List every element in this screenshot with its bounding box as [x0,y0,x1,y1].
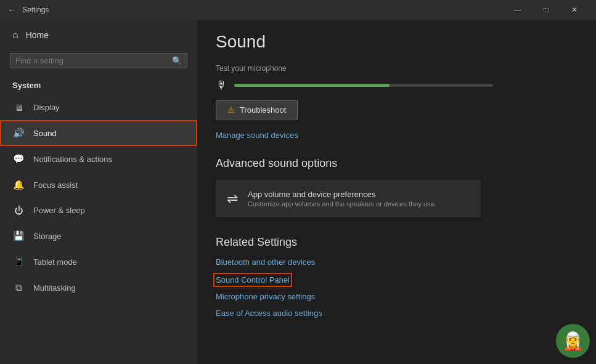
sidebar-label-sound: Sound [33,129,57,138]
search-icon: 🔍 [172,56,182,65]
app-volume-title: App volume and device preferences [248,190,436,199]
troubleshoot-button[interactable]: ⚠ Troubleshoot [216,100,298,119]
search-input[interactable] [15,56,167,65]
app-title: Settings [22,6,504,14]
sidebar-label-display: Display [33,103,60,112]
sidebar-item-home[interactable]: ⌂ Home [0,20,197,51]
page-title: Sound [216,32,571,52]
sidebar-item-notifications[interactable]: 💬 Notifications & actions [0,146,197,172]
sidebar-item-tablet[interactable]: 📱 Tablet mode [0,249,197,275]
multitasking-icon: ⧉ [12,282,25,293]
mic-level-bar-fill [234,84,390,87]
display-icon: 🖥 [12,102,25,113]
app-volume-icon: ⇌ [227,191,238,207]
window-controls: — □ ✕ [504,0,589,20]
sidebar-item-storage[interactable]: 💾 Storage [0,223,197,249]
sidebar-label-power: Power & sleep [33,206,85,215]
sidebar-label-notifications: Notifications & actions [33,155,112,164]
sound-icon: 🔊 [12,127,25,139]
troubleshoot-label: Troubleshoot [240,105,286,115]
home-icon: ⌂ [12,30,18,41]
notifications-icon: 💬 [12,153,25,164]
sidebar-item-focus[interactable]: 🔔 Focus assist [0,172,197,198]
sound-control-panel-link[interactable]: Sound Control Panel [216,275,290,285]
title-bar: ← Settings — □ ✕ [0,0,596,20]
sidebar: ⌂ Home 🔍 System 🖥 Display 🔊 Sound 💬 Noti… [0,20,197,364]
mic-level-bar-bg [234,84,493,87]
manage-sound-devices-link[interactable]: Manage sound devices [216,131,298,140]
minimize-button[interactable]: — [504,0,532,20]
power-icon: ⏻ [12,205,25,216]
search-box: 🔍 [10,53,187,68]
close-button[interactable]: ✕ [560,0,589,20]
storage-icon: 💾 [12,230,25,241]
sidebar-item-multitasking[interactable]: ⧉ Multitasking [0,275,197,301]
sidebar-item-display[interactable]: 🖥 Display [0,95,197,120]
sidebar-label-focus: Focus assist [33,180,78,190]
microphone-icon: 🎙 [216,79,227,92]
app-volume-desc: Customize app volumes and the speakers o… [248,200,436,208]
app-volume-card[interactable]: ⇌ App volume and device preferences Cust… [216,180,481,217]
sidebar-label-storage: Storage [33,232,62,241]
test-mic-label: Test your microphone [216,64,571,73]
focus-icon: 🔔 [12,179,25,190]
warning-icon: ⚠ [227,105,235,115]
maximize-button[interactable]: □ [532,0,560,20]
main-layout: ⌂ Home 🔍 System 🖥 Display 🔊 Sound 💬 Noti… [0,20,596,364]
advanced-section-title: Advanced sound options [216,157,571,170]
related-section-title: Related Settings [216,236,571,249]
avatar: 🧝 [556,324,590,358]
back-button[interactable]: ← [7,5,16,15]
sidebar-label-multitasking: Multitasking [33,283,76,293]
content-area: Sound Test your microphone 🎙 ⚠ Troublesh… [197,20,596,364]
ease-access-audio-link[interactable]: Ease of Access audio settings [216,309,571,318]
sidebar-section-system: System [0,76,197,95]
home-label: Home [26,30,49,40]
sidebar-item-sound[interactable]: 🔊 Sound [0,120,197,146]
sidebar-item-power[interactable]: ⏻ Power & sleep [0,198,197,223]
mic-privacy-link[interactable]: Microphone privacy settings [216,292,571,301]
bluetooth-link[interactable]: Bluetooth and other devices [216,257,571,267]
mic-row: 🎙 [216,79,571,92]
sidebar-label-tablet: Tablet mode [33,257,77,267]
app-volume-text: App volume and device preferences Custom… [248,190,436,208]
tablet-icon: 📱 [12,256,25,267]
